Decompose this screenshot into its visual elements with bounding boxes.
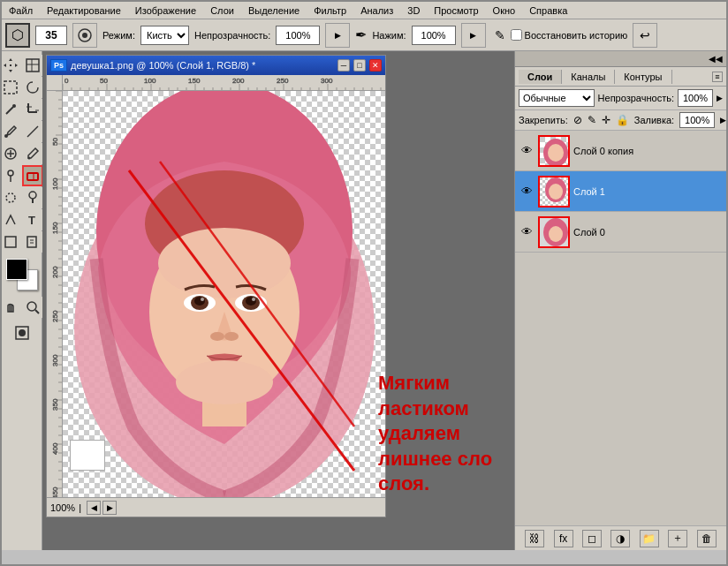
- prev-state-button[interactable]: ◀: [87, 501, 101, 515]
- opacity-arrow[interactable]: ▶: [717, 94, 723, 102]
- brush-picker-button[interactable]: [72, 23, 97, 48]
- tab-channels[interactable]: Каналы: [562, 70, 615, 84]
- pressure-arrow[interactable]: ▶: [461, 23, 486, 48]
- svg-rect-6: [4, 81, 17, 94]
- layer-visibility-0[interactable]: 👁: [519, 224, 535, 240]
- layer-row-copy[interactable]: 👁 Слой 0 копия: [515, 131, 726, 171]
- brush-size-display[interactable]: 35: [35, 26, 67, 45]
- svg-text:300: 300: [321, 77, 333, 85]
- lasso-tool[interactable]: [22, 77, 43, 98]
- heal-tool[interactable]: [0, 143, 21, 164]
- layer-visibility-1[interactable]: 👁: [519, 184, 535, 200]
- layer-link-button[interactable]: ⛓: [525, 530, 544, 547]
- zoom-tool[interactable]: [22, 297, 43, 318]
- toolbox: T: [2, 51, 42, 550]
- ruler-tool[interactable]: [22, 121, 43, 142]
- layer-visibility-copy[interactable]: 👁: [519, 143, 535, 159]
- lock-position-icon[interactable]: ✛: [602, 114, 610, 126]
- shape-tool[interactable]: [0, 231, 21, 253]
- lock-all-icon[interactable]: 🔒: [616, 114, 629, 126]
- blend-mode-select[interactable]: Обычные: [519, 89, 595, 107]
- quick-mask-off[interactable]: [11, 322, 33, 343]
- panel-menu-button[interactable]: ≡: [712, 72, 723, 82]
- menu-layers[interactable]: Слои: [207, 5, 238, 16]
- airbrush-icon[interactable]: ✒: [355, 26, 367, 43]
- opacity-value-input[interactable]: [678, 89, 713, 107]
- lock-transparent-icon[interactable]: ⊘: [573, 114, 582, 126]
- svg-text:T: T: [28, 214, 35, 227]
- pen-tool[interactable]: [0, 209, 21, 230]
- collapse-arrow-left[interactable]: ◀◀: [709, 54, 723, 64]
- clone-tool[interactable]: [0, 165, 21, 186]
- eyedropper-tool[interactable]: [0, 121, 21, 142]
- svg-rect-26: [5, 237, 16, 247]
- minimize-button[interactable]: ─: [337, 59, 350, 72]
- layer-mask-button[interactable]: ◻: [582, 530, 602, 547]
- svg-point-1: [82, 33, 87, 38]
- blur-tool[interactable]: [0, 187, 21, 208]
- menu-help[interactable]: Справка: [526, 5, 571, 16]
- menu-3d[interactable]: 3D: [404, 5, 423, 16]
- layer-row-1[interactable]: 👁: [515, 171, 726, 212]
- wand-tool[interactable]: [0, 99, 21, 120]
- notes-tool[interactable]: [22, 231, 43, 253]
- document-status-bar: 100% | ◀ ▶: [47, 497, 385, 517]
- menu-filter[interactable]: Фильтр: [310, 5, 350, 16]
- hand-tool[interactable]: [0, 297, 21, 318]
- next-state-button[interactable]: ▶: [102, 501, 117, 515]
- tab-paths[interactable]: Контуры: [615, 70, 671, 84]
- menu-image[interactable]: Изображение: [132, 5, 200, 16]
- fill-arrow[interactable]: ▶: [720, 116, 726, 125]
- text-tool[interactable]: T: [22, 209, 43, 230]
- layer-style-button[interactable]: fx: [554, 530, 573, 547]
- opacity-input[interactable]: [276, 26, 320, 45]
- svg-point-154: [252, 298, 255, 301]
- marquee-tool[interactable]: [0, 77, 21, 98]
- dodge-tool[interactable]: [22, 187, 43, 208]
- menu-select[interactable]: Выделение: [245, 5, 303, 16]
- layer-row-0[interactable]: 👁 Слой 0: [515, 212, 726, 253]
- ruler-corner: [47, 75, 63, 91]
- document-title: девушка1.png @ 100% (Слой 1, RGB/8) *: [71, 60, 334, 71]
- layer-delete-button[interactable]: 🗑: [697, 530, 717, 547]
- svg-point-155: [210, 332, 224, 341]
- panel-top-bar: ◀◀: [515, 51, 726, 67]
- pressure-input[interactable]: [412, 26, 456, 45]
- layer-adjustment-button[interactable]: ◑: [610, 530, 630, 547]
- brush-tool[interactable]: [22, 143, 43, 164]
- svg-point-13: [4, 134, 8, 138]
- svg-text:100: 100: [51, 177, 59, 190]
- slice-tool[interactable]: [22, 55, 43, 76]
- menu-analyze[interactable]: Анализ: [357, 5, 397, 16]
- history-icon[interactable]: ↩: [633, 23, 657, 48]
- opacity-arrow[interactable]: ▶: [325, 23, 350, 48]
- layer-name-copy: Слой 0 копия: [573, 146, 723, 156]
- foreground-color[interactable]: [6, 259, 27, 280]
- svg-text:450: 450: [51, 487, 59, 497]
- image-canvas: [63, 91, 385, 497]
- maximize-button[interactable]: □: [353, 59, 366, 72]
- restore-history-checkbox[interactable]: [511, 29, 522, 41]
- tab-layers[interactable]: Слои: [519, 70, 562, 84]
- panel-header: Слои Каналы Контуры ≡: [515, 67, 726, 87]
- lock-pixels-icon[interactable]: ✎: [588, 114, 596, 126]
- menu-edit[interactable]: Редактирование: [43, 5, 125, 16]
- toolbar: ⬡ 35 Режим: Кисть Непрозрачность: ▶ ✒ На…: [2, 19, 726, 51]
- fill-input[interactable]: [679, 112, 715, 128]
- color-picker[interactable]: [6, 259, 38, 291]
- eraser-tool[interactable]: [22, 165, 43, 186]
- tablet-pressure-icon: ✎: [495, 28, 505, 42]
- svg-text:350: 350: [51, 398, 59, 411]
- eraser-tool-button[interactable]: ⬡: [5, 23, 30, 48]
- brush-mode-select[interactable]: Кисть: [140, 26, 189, 45]
- menu-view[interactable]: Просмотр: [430, 5, 482, 16]
- move-tool[interactable]: [0, 55, 21, 76]
- layer-new-button[interactable]: ＋: [668, 530, 687, 547]
- close-button[interactable]: ✕: [369, 59, 382, 72]
- crop-tool[interactable]: [22, 99, 43, 120]
- menu-window[interactable]: Окно: [489, 5, 519, 16]
- menu-file[interactable]: Файл: [5, 5, 36, 16]
- blend-mode-row: Обычные Непрозрачность: ▶: [515, 87, 726, 110]
- document-title-bar: Ps девушка1.png @ 100% (Слой 1, RGB/8) *…: [47, 56, 385, 75]
- layer-group-button[interactable]: 📁: [640, 530, 659, 547]
